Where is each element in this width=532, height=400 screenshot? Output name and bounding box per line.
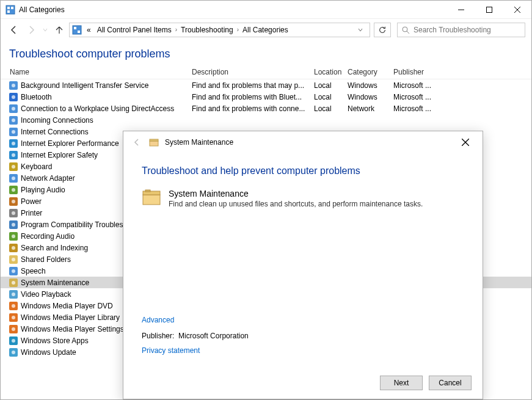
wmp-icon — [9, 324, 18, 334]
window-buttons — [447, 1, 531, 19]
dialog-titlebar: System Maintenance — [123, 131, 483, 153]
search-icon — [9, 243, 18, 253]
minimize-button[interactable] — [447, 1, 475, 19]
svg-rect-2 — [11, 7, 13, 9]
breadcrumb-item[interactable]: Troubleshooting — [178, 24, 236, 35]
svg-rect-10 — [78, 31, 80, 33]
audio-icon — [9, 185, 18, 195]
close-button[interactable] — [503, 1, 531, 19]
list-item[interactable]: Incoming Connections — [1, 114, 531, 126]
svg-rect-5 — [487, 7, 492, 12]
column-location[interactable]: Location — [314, 68, 348, 76]
dialog-back-button[interactable] — [131, 136, 143, 148]
svg-point-58 — [12, 339, 15, 343]
svg-point-24 — [12, 142, 15, 145]
item-category: Windows — [348, 93, 393, 101]
item-location: Local — [314, 104, 348, 113]
advanced-link[interactable]: Advanced — [142, 316, 249, 324]
svg-point-20 — [12, 118, 15, 122]
cancel-button[interactable]: Cancel — [429, 376, 472, 390]
item-publisher: Microsoft ... — [393, 81, 530, 90]
list-item[interactable]: Connection to a Workplace Using DirectAc… — [1, 103, 531, 114]
keyboard-icon — [9, 162, 18, 172]
search-box[interactable] — [397, 23, 525, 37]
program-icon — [9, 220, 18, 230]
svg-point-40 — [12, 235, 15, 238]
control-panel-icon — [72, 25, 82, 35]
svg-point-11 — [403, 27, 407, 32]
recent-locations-dropdown[interactable] — [41, 23, 49, 37]
svg-rect-67 — [145, 190, 150, 192]
svg-point-28 — [12, 165, 15, 169]
item-publisher: Microsoft ... — [393, 93, 530, 101]
network-icon — [9, 115, 18, 125]
svg-point-46 — [12, 269, 15, 273]
search-input[interactable] — [414, 26, 521, 34]
svg-point-32 — [12, 188, 15, 192]
network-icon — [9, 127, 18, 137]
next-button[interactable]: Next — [380, 376, 423, 390]
update-icon — [9, 347, 18, 357]
item-description: Find and clean up unused files and short… — [169, 200, 423, 208]
forward-button[interactable] — [24, 23, 38, 37]
item-publisher: Microsoft ... — [393, 104, 530, 113]
breadcrumb-item[interactable]: All Control Panel Items — [95, 24, 174, 35]
svg-point-48 — [12, 281, 15, 285]
back-button[interactable] — [7, 23, 21, 37]
item-description: Find and fix problems with Bluet... — [192, 93, 314, 101]
breadcrumb-prefix[interactable]: « — [84, 24, 93, 35]
item-name: Incoming Connections — [21, 116, 192, 125]
column-publisher[interactable]: Publisher — [393, 68, 530, 76]
breadcrumb-item[interactable]: All Categories — [240, 24, 291, 35]
globe-icon — [9, 81, 18, 90]
column-headers: Name Description Location Category Publi… — [1, 65, 531, 79]
item-name: Connection to a Workplace Using DirectAc… — [21, 104, 192, 113]
svg-point-30 — [12, 176, 15, 180]
svg-rect-62 — [150, 139, 158, 141]
publisher-row: Publisher: Microsoft Corporation — [142, 332, 249, 340]
svg-line-12 — [407, 31, 409, 34]
item-name: Bluetooth — [21, 93, 192, 101]
column-category[interactable]: Category — [348, 68, 393, 76]
svg-point-44 — [12, 258, 15, 261]
chevron-right-icon[interactable]: › — [175, 26, 177, 33]
privacy-link[interactable]: Privacy statement — [142, 346, 249, 355]
video-icon — [9, 289, 18, 299]
svg-rect-3 — [7, 10, 10, 13]
ie-icon — [9, 150, 18, 160]
address-bar[interactable]: « All Control Panel Items › Troubleshoot… — [69, 23, 370, 37]
item-location: Local — [314, 93, 348, 101]
svg-point-18 — [12, 107, 15, 111]
list-item[interactable]: BluetoothFind and fix problems with Blue… — [1, 91, 531, 103]
control-panel-window: All Categories « All Control Panel Items… — [0, 0, 532, 400]
folder-icon — [9, 255, 18, 264]
svg-point-38 — [12, 223, 15, 227]
address-dropdown-icon[interactable] — [357, 27, 367, 33]
svg-point-56 — [12, 327, 15, 331]
item-description: Find and fix problems with conne... — [192, 104, 314, 113]
dialog-title: System Maintenance — [165, 138, 450, 147]
dialog-close-button[interactable] — [456, 135, 475, 150]
maximize-button[interactable] — [475, 1, 503, 19]
item-title: System Maintenance — [169, 189, 423, 198]
refresh-button[interactable] — [374, 23, 391, 37]
svg-rect-9 — [74, 27, 76, 29]
dialog-buttons: Next Cancel — [380, 376, 472, 390]
svg-point-14 — [12, 84, 15, 87]
printer-icon — [9, 208, 18, 218]
item-name: Background Intelligent Transfer Service — [21, 81, 192, 90]
up-button[interactable] — [52, 23, 67, 37]
item-category: Network — [348, 104, 393, 113]
column-name[interactable]: Name — [2, 68, 192, 76]
list-item[interactable]: Background Intelligent Transfer ServiceF… — [1, 79, 531, 91]
bluetooth-icon — [9, 92, 18, 102]
svg-point-16 — [12, 95, 15, 99]
chevron-right-icon[interactable]: › — [237, 26, 239, 33]
svg-point-34 — [12, 200, 15, 203]
maintenance-icon — [9, 278, 18, 288]
column-description[interactable]: Description — [192, 68, 314, 76]
window-title: All Categories — [19, 5, 447, 14]
maintenance-icon — [149, 137, 159, 147]
power-icon — [9, 197, 18, 206]
svg-point-60 — [12, 351, 15, 354]
